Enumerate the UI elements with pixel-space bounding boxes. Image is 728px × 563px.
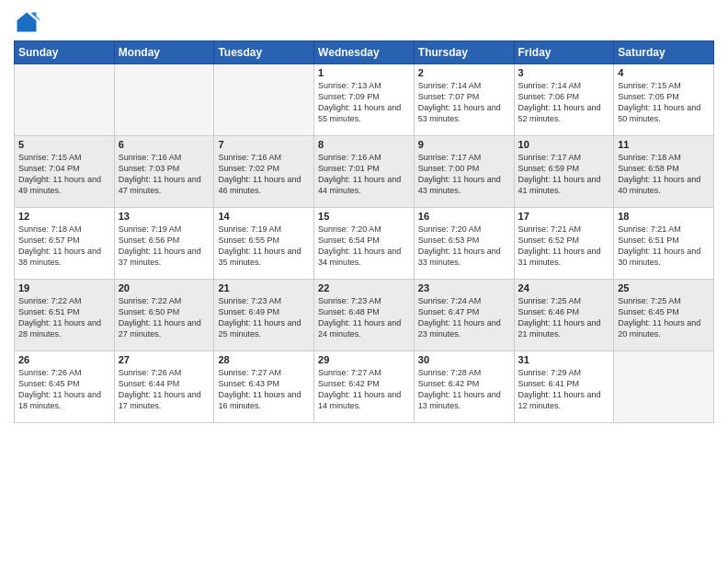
day-info: Sunrise: 7:26 AM Sunset: 6:45 PM Dayligh…	[18, 367, 110, 412]
day-number: 25	[618, 282, 710, 293]
calendar-cell-5-4: 29Sunrise: 7:27 AM Sunset: 6:42 PM Dayli…	[314, 351, 415, 423]
day-info: Sunrise: 7:15 AM Sunset: 7:04 PM Dayligh…	[18, 152, 110, 197]
weekday-header-wednesday: Wednesday	[314, 41, 415, 64]
day-number: 6	[119, 139, 210, 150]
calendar-cell-4-6: 24Sunrise: 7:25 AM Sunset: 6:46 PM Dayli…	[514, 280, 614, 351]
day-number: 10	[518, 139, 610, 150]
day-number: 27	[119, 354, 210, 365]
logo	[14, 9, 41, 35]
calendar-cell-2-3: 7Sunrise: 7:16 AM Sunset: 7:02 PM Daylig…	[214, 136, 314, 208]
calendar-cell-1-6: 3Sunrise: 7:14 AM Sunset: 7:06 PM Daylig…	[514, 64, 614, 136]
calendar: SundayMondayTuesdayWednesdayThursdayFrid…	[14, 40, 714, 423]
day-number: 7	[218, 139, 310, 150]
day-number: 29	[318, 354, 410, 365]
calendar-cell-2-5: 9Sunrise: 7:17 AM Sunset: 7:00 PM Daylig…	[414, 136, 514, 208]
calendar-cell-3-1: 12Sunrise: 7:18 AM Sunset: 6:57 PM Dayli…	[15, 208, 115, 280]
day-number: 11	[618, 139, 710, 150]
weekday-header-row: SundayMondayTuesdayWednesdayThursdayFrid…	[15, 41, 714, 64]
day-info: Sunrise: 7:18 AM Sunset: 6:58 PM Dayligh…	[618, 152, 710, 197]
calendar-cell-5-7	[614, 351, 714, 423]
day-info: Sunrise: 7:20 AM Sunset: 6:54 PM Dayligh…	[318, 224, 410, 269]
calendar-cell-1-5: 2Sunrise: 7:14 AM Sunset: 7:07 PM Daylig…	[414, 64, 514, 136]
calendar-cell-4-4: 22Sunrise: 7:23 AM Sunset: 6:48 PM Dayli…	[314, 280, 415, 351]
week-row-1: 1Sunrise: 7:13 AM Sunset: 7:09 PM Daylig…	[15, 64, 714, 136]
calendar-cell-4-2: 20Sunrise: 7:22 AM Sunset: 6:50 PM Dayli…	[114, 280, 214, 351]
day-info: Sunrise: 7:16 AM Sunset: 7:02 PM Dayligh…	[218, 152, 310, 197]
day-info: Sunrise: 7:17 AM Sunset: 7:00 PM Dayligh…	[418, 152, 510, 197]
week-row-5: 26Sunrise: 7:26 AM Sunset: 6:45 PM Dayli…	[15, 351, 714, 423]
day-info: Sunrise: 7:29 AM Sunset: 6:41 PM Dayligh…	[518, 367, 610, 412]
day-info: Sunrise: 7:20 AM Sunset: 6:53 PM Dayligh…	[418, 224, 510, 269]
day-info: Sunrise: 7:16 AM Sunset: 7:01 PM Dayligh…	[318, 152, 410, 197]
day-number: 1	[318, 67, 410, 78]
weekday-header-friday: Friday	[514, 41, 614, 64]
calendar-cell-1-4: 1Sunrise: 7:13 AM Sunset: 7:09 PM Daylig…	[314, 64, 415, 136]
calendar-cell-5-1: 26Sunrise: 7:26 AM Sunset: 6:45 PM Dayli…	[15, 351, 115, 423]
calendar-cell-1-1	[15, 64, 115, 136]
day-number: 13	[119, 211, 210, 222]
weekday-header-tuesday: Tuesday	[214, 41, 314, 64]
day-info: Sunrise: 7:21 AM Sunset: 6:52 PM Dayligh…	[518, 224, 610, 269]
day-number: 8	[318, 139, 410, 150]
day-number: 17	[518, 211, 610, 222]
day-number: 2	[418, 67, 510, 78]
day-info: Sunrise: 7:25 AM Sunset: 6:46 PM Dayligh…	[518, 295, 610, 340]
day-info: Sunrise: 7:22 AM Sunset: 6:51 PM Dayligh…	[18, 295, 110, 340]
day-info: Sunrise: 7:26 AM Sunset: 6:44 PM Dayligh…	[119, 367, 210, 412]
day-number: 15	[318, 211, 410, 222]
day-number: 28	[218, 354, 310, 365]
calendar-cell-4-3: 21Sunrise: 7:23 AM Sunset: 6:49 PM Dayli…	[214, 280, 314, 351]
day-number: 14	[218, 211, 310, 222]
day-number: 9	[418, 139, 510, 150]
weekday-header-monday: Monday	[114, 41, 214, 64]
calendar-cell-4-1: 19Sunrise: 7:22 AM Sunset: 6:51 PM Dayli…	[15, 280, 115, 351]
day-number: 22	[318, 282, 410, 293]
calendar-cell-5-5: 30Sunrise: 7:28 AM Sunset: 6:42 PM Dayli…	[414, 351, 514, 423]
calendar-cell-5-2: 27Sunrise: 7:26 AM Sunset: 6:44 PM Dayli…	[114, 351, 214, 423]
day-number: 12	[18, 211, 110, 222]
calendar-cell-2-6: 10Sunrise: 7:17 AM Sunset: 6:59 PM Dayli…	[514, 136, 614, 208]
week-row-3: 12Sunrise: 7:18 AM Sunset: 6:57 PM Dayli…	[15, 208, 714, 280]
day-info: Sunrise: 7:23 AM Sunset: 6:48 PM Dayligh…	[318, 295, 410, 340]
calendar-cell-3-6: 17Sunrise: 7:21 AM Sunset: 6:52 PM Dayli…	[514, 208, 614, 280]
day-number: 19	[18, 282, 110, 293]
weekday-header-sunday: Sunday	[15, 41, 115, 64]
calendar-cell-3-2: 13Sunrise: 7:19 AM Sunset: 6:56 PM Dayli…	[114, 208, 214, 280]
calendar-cell-3-5: 16Sunrise: 7:20 AM Sunset: 6:53 PM Dayli…	[414, 208, 514, 280]
day-info: Sunrise: 7:19 AM Sunset: 6:55 PM Dayligh…	[218, 224, 310, 269]
calendar-cell-3-4: 15Sunrise: 7:20 AM Sunset: 6:54 PM Dayli…	[314, 208, 415, 280]
calendar-cell-1-7: 4Sunrise: 7:15 AM Sunset: 7:05 PM Daylig…	[614, 64, 714, 136]
calendar-cell-3-7: 18Sunrise: 7:21 AM Sunset: 6:51 PM Dayli…	[614, 208, 714, 280]
calendar-cell-1-3	[214, 64, 314, 136]
day-info: Sunrise: 7:27 AM Sunset: 6:42 PM Dayligh…	[318, 367, 410, 412]
calendar-cell-2-4: 8Sunrise: 7:16 AM Sunset: 7:01 PM Daylig…	[314, 136, 415, 208]
header	[14, 9, 714, 35]
calendar-cell-4-7: 25Sunrise: 7:25 AM Sunset: 6:45 PM Dayli…	[614, 280, 714, 351]
day-info: Sunrise: 7:22 AM Sunset: 6:50 PM Dayligh…	[119, 295, 210, 340]
logo-icon	[14, 9, 40, 35]
day-info: Sunrise: 7:16 AM Sunset: 7:03 PM Dayligh…	[119, 152, 210, 197]
day-number: 20	[119, 282, 210, 293]
day-number: 16	[418, 211, 510, 222]
day-info: Sunrise: 7:17 AM Sunset: 6:59 PM Dayligh…	[518, 152, 610, 197]
day-info: Sunrise: 7:14 AM Sunset: 7:07 PM Dayligh…	[418, 80, 510, 125]
day-number: 30	[418, 354, 510, 365]
weekday-header-thursday: Thursday	[414, 41, 514, 64]
week-row-4: 19Sunrise: 7:22 AM Sunset: 6:51 PM Dayli…	[15, 280, 714, 351]
calendar-cell-5-6: 31Sunrise: 7:29 AM Sunset: 6:41 PM Dayli…	[514, 351, 614, 423]
day-info: Sunrise: 7:27 AM Sunset: 6:43 PM Dayligh…	[218, 367, 310, 412]
day-info: Sunrise: 7:14 AM Sunset: 7:06 PM Dayligh…	[518, 80, 610, 125]
day-number: 21	[218, 282, 310, 293]
week-row-2: 5Sunrise: 7:15 AM Sunset: 7:04 PM Daylig…	[15, 136, 714, 208]
calendar-cell-2-7: 11Sunrise: 7:18 AM Sunset: 6:58 PM Dayli…	[614, 136, 714, 208]
page: SundayMondayTuesdayWednesdayThursdayFrid…	[0, 0, 728, 563]
day-number: 5	[18, 139, 110, 150]
day-number: 26	[18, 354, 110, 365]
day-number: 3	[518, 67, 610, 78]
day-info: Sunrise: 7:21 AM Sunset: 6:51 PM Dayligh…	[618, 224, 710, 269]
day-info: Sunrise: 7:25 AM Sunset: 6:45 PM Dayligh…	[618, 295, 710, 340]
calendar-cell-2-2: 6Sunrise: 7:16 AM Sunset: 7:03 PM Daylig…	[114, 136, 214, 208]
day-info: Sunrise: 7:19 AM Sunset: 6:56 PM Dayligh…	[119, 224, 210, 269]
day-number: 23	[418, 282, 510, 293]
day-info: Sunrise: 7:28 AM Sunset: 6:42 PM Dayligh…	[418, 367, 510, 412]
